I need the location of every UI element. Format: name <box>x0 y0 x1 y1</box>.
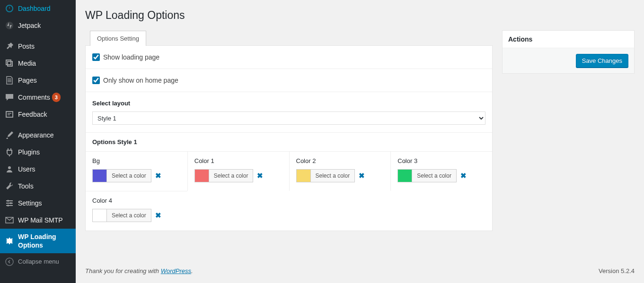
mail-icon <box>5 215 14 225</box>
svg-point-4 <box>10 202 12 204</box>
feedback-icon <box>5 110 14 119</box>
version-text: Version 5.2.4 <box>599 267 635 274</box>
sidebar-item-feedback[interactable]: Feedback <box>0 106 76 123</box>
color-swatch <box>93 209 107 222</box>
sidebar-item-settings[interactable]: Settings <box>0 195 76 212</box>
options-style-title: Options Style 1 <box>86 133 492 151</box>
color-picker-button[interactable]: Select a color <box>92 169 151 182</box>
color-cell-4: Color 4Select a color✖ <box>86 191 187 231</box>
clear-color-icon[interactable]: ✖ <box>155 172 161 180</box>
sidebar-item-media[interactable]: Media <box>0 55 76 72</box>
sidebar-label: WP Mail SMTP <box>18 216 63 224</box>
color-swatch <box>195 170 209 182</box>
sliders-icon <box>5 198 14 208</box>
tab-options-setting[interactable]: Options Setting <box>90 31 146 46</box>
sidebar-item-tools[interactable]: Tools <box>0 178 76 195</box>
actions-title: Actions <box>503 31 634 48</box>
select-color-label: Select a color <box>412 170 456 182</box>
media-icon <box>5 59 14 68</box>
select-color-label: Select a color <box>107 209 151 222</box>
collapse-label: Collapse menu <box>18 257 59 266</box>
color-picker-button[interactable]: Select a color <box>296 169 355 182</box>
svg-point-5 <box>7 205 9 206</box>
only-home-label: Only show on home page <box>103 77 178 84</box>
sidebar-item-users[interactable]: Users <box>0 161 76 178</box>
sidebar-item-pages[interactable]: Pages <box>0 72 76 89</box>
clear-color-icon[interactable]: ✖ <box>460 172 467 180</box>
color-cell-3: Color 3Select a color✖ <box>390 151 492 191</box>
page-icon <box>5 76 14 85</box>
color-picker-button[interactable]: Select a color <box>397 169 457 182</box>
clear-color-icon[interactable]: ✖ <box>155 211 161 220</box>
gear-icon <box>5 236 14 246</box>
sidebar-label: Appearance <box>18 131 54 139</box>
sidebar-label: Settings <box>18 199 42 207</box>
show-loading-checkbox[interactable] <box>92 53 100 61</box>
sidebar-item-dashboard[interactable]: Dashboard <box>0 0 76 17</box>
plug-icon <box>5 147 14 157</box>
svg-rect-1 <box>6 111 13 117</box>
jetpack-icon <box>5 21 14 30</box>
color-swatch <box>93 170 107 182</box>
select-color-label: Select a color <box>209 170 253 182</box>
color-picker-button[interactable]: Select a color <box>194 169 254 182</box>
sidebar-label: Posts <box>18 42 35 51</box>
users-icon <box>5 164 14 174</box>
color-name: Bg <box>92 157 181 164</box>
clear-color-icon[interactable]: ✖ <box>359 172 365 180</box>
select-color-label: Select a color <box>107 170 151 182</box>
show-loading-label: Show loading page <box>103 53 159 61</box>
sidebar-label: Feedback <box>18 110 47 119</box>
sidebar-label: Pages <box>18 76 37 85</box>
only-home-checkbox[interactable] <box>92 77 100 84</box>
select-color-label: Select a color <box>311 170 355 182</box>
sidebar-label: Jetpack <box>18 21 41 30</box>
sidebar-label: Dashboard <box>18 4 51 13</box>
dashboard-icon <box>5 4 14 13</box>
save-changes-button[interactable]: Save Changes <box>576 54 628 68</box>
svg-point-0 <box>6 22 13 29</box>
color-name: Color 1 <box>194 157 282 164</box>
options-panel: Show loading page Only show on home page… <box>85 45 493 231</box>
footer-credits: Thank you for creating with WordPress. <box>85 267 193 274</box>
color-cell-1: Color 1Select a color✖ <box>187 151 289 191</box>
sidebar-label: Users <box>18 165 35 173</box>
collapse-menu[interactable]: Collapse menu <box>0 253 76 270</box>
comment-icon <box>5 93 14 102</box>
svg-point-6 <box>6 258 13 266</box>
select-layout-label: Select layout <box>92 100 485 107</box>
layout-select[interactable]: Style 1 <box>92 111 485 125</box>
sidebar-item-jetpack[interactable]: Jetpack <box>0 17 76 34</box>
page-title: WP Loading Options <box>85 9 635 22</box>
sidebar-label: WP Loading Options <box>18 232 71 249</box>
sidebar-label: Plugins <box>18 148 40 156</box>
clear-color-icon[interactable]: ✖ <box>257 172 263 180</box>
sidebar-item-comments[interactable]: Comments 3 <box>0 89 76 106</box>
comments-badge: 3 <box>52 93 61 102</box>
color-swatch <box>398 170 412 182</box>
sidebar-item-wp-mail-smtp[interactable]: WP Mail SMTP <box>0 212 76 229</box>
sidebar-item-appearance[interactable]: Appearance <box>0 127 76 144</box>
wrench-icon <box>5 181 14 191</box>
sidebar-label: Comments <box>18 93 50 102</box>
color-swatch <box>297 170 311 182</box>
actions-box: Actions Save Changes <box>502 30 635 74</box>
color-picker-button[interactable]: Select a color <box>92 209 151 222</box>
sidebar-item-wp-loading-options[interactable]: WP Loading Options <box>0 229 76 253</box>
color-name: Color 3 <box>397 157 485 164</box>
svg-point-3 <box>7 200 9 202</box>
sidebar-label: Tools <box>18 182 34 190</box>
sidebar-item-posts[interactable]: Posts <box>0 38 76 55</box>
sidebar-item-plugins[interactable]: Plugins <box>0 144 76 161</box>
color-name: Color 2 <box>296 157 384 164</box>
collapse-icon <box>5 257 14 266</box>
color-cell-2: Color 2Select a color✖ <box>289 151 391 191</box>
sidebar-label: Media <box>18 59 36 68</box>
svg-point-2 <box>8 166 11 169</box>
wordpress-link[interactable]: WordPress <box>161 267 191 274</box>
color-cell-0: BgSelect a color✖ <box>86 151 187 191</box>
color-name: Color 4 <box>92 197 181 204</box>
brush-icon <box>5 130 14 140</box>
pin-icon <box>5 42 14 51</box>
